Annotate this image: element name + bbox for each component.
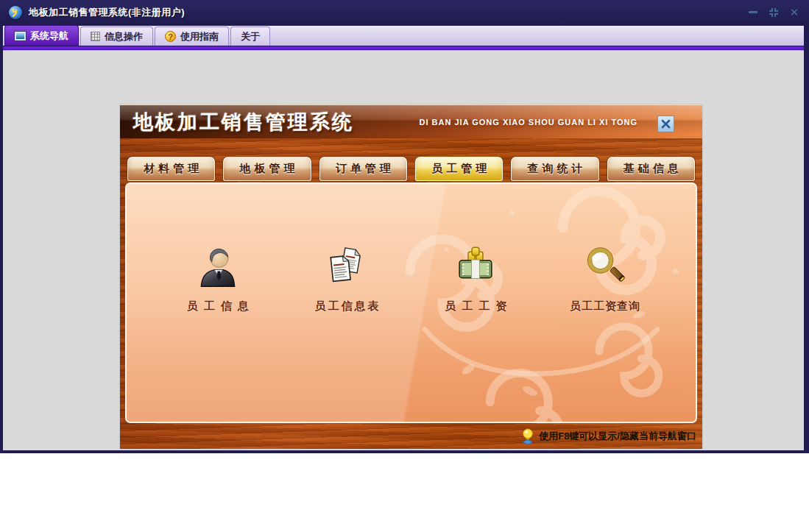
restore-icon	[769, 7, 779, 18]
nav-item-label: 员工工资查询	[569, 299, 640, 313]
tab-label: 系统导航	[30, 29, 68, 43]
businessman-icon	[197, 246, 239, 288]
ptab-order-mgmt[interactable]: 订单管理	[319, 157, 407, 181]
nav-item-employee-wages[interactable]: 员工工资	[417, 246, 534, 313]
tab-label: 使用指南	[180, 30, 219, 43]
monitor-icon	[15, 32, 26, 40]
panel-header: 地板加工销售管理系统 DI BAN JIA GONG XIAO SHOU GUA…	[120, 104, 702, 138]
menu-tabbar: 系统导航 信息操作 ? 使用指南 关于	[3, 24, 804, 46]
close-icon	[661, 119, 671, 129]
close-icon: ✕	[790, 7, 799, 18]
app-logo-swoosh	[10, 7, 21, 18]
statusbar-hint: 使用F8键可以显示/隐藏当前导航窗口	[539, 430, 696, 443]
window-controls: ✕	[747, 7, 800, 18]
window-border-right	[804, 0, 809, 453]
tab-label: 信息操作	[105, 30, 143, 43]
workspace: 地板加工销售管理系统 DI BAN JIA GONG XIAO SHOU GUA…	[3, 51, 804, 450]
panel-subtitle: DI BAN JIA GONG XIAO SHOU GUAN LI XI TON…	[420, 118, 637, 127]
restore-button[interactable]	[768, 7, 780, 18]
app-logo-icon	[9, 6, 22, 19]
money-icon	[454, 246, 497, 288]
app-window: 地板加工销售管理系统(非注册用户) ✕ 系统导航 信息操作 ? 使用指南	[0, 0, 809, 453]
navigator-panel: 地板加工销售管理系统 DI BAN JIA GONG XIAO SHOU GUA…	[120, 104, 702, 449]
grid-icon	[91, 32, 100, 41]
minimize-button[interactable]	[747, 7, 759, 18]
documents-icon	[325, 246, 368, 288]
nav-item-employee-info[interactable]: 员工信息	[159, 246, 277, 313]
ptab-basic-info[interactable]: 基础信息	[607, 157, 695, 181]
nav-item-label: 员工信息	[181, 299, 255, 313]
magnifier-icon	[583, 246, 626, 288]
nav-item-employee-info-table[interactable]: 员工信息表	[288, 246, 406, 313]
tab-user-guide[interactable]: ? 使用指南	[155, 26, 229, 46]
panel-close-button[interactable]	[657, 116, 674, 132]
close-button[interactable]: ✕	[788, 7, 800, 18]
nav-items: 员工信息	[127, 246, 696, 313]
tab-system-navigation[interactable]: 系统导航	[4, 25, 79, 46]
ptab-employee-mgmt[interactable]: 员工管理	[415, 157, 503, 181]
nav-item-label: 员工工资	[439, 299, 512, 313]
panel-tabs: 材料管理 地板管理 订单管理 员工管理 查询统计 基础信息	[120, 157, 702, 181]
accent-strip	[3, 46, 804, 51]
ptab-floor-mgmt[interactable]: 地板管理	[223, 157, 311, 181]
nav-item-label: 员工信息表	[312, 299, 381, 313]
nav-item-employee-wage-query[interactable]: 员工工资查询	[545, 246, 663, 313]
panel-content: 员工信息	[125, 182, 697, 423]
question-icon: ?	[165, 31, 176, 42]
tab-label: 关于	[241, 30, 260, 43]
minimize-icon	[749, 11, 757, 13]
panel-statusbar: 使用F8键可以显示/隐藏当前导航窗口	[120, 423, 702, 449]
window-border-left	[0, 0, 3, 453]
panel-body: 材料管理 地板管理 订单管理 员工管理 查询统计 基础信息	[120, 138, 702, 449]
window-title: 地板加工销售管理系统(非注册用户)	[29, 6, 185, 19]
lightbulb-icon	[520, 428, 535, 445]
tab-info-operations[interactable]: 信息操作	[80, 26, 153, 46]
window-border-bottom	[0, 450, 809, 453]
tab-about[interactable]: 关于	[230, 26, 270, 46]
ptab-material-mgmt[interactable]: 材料管理	[127, 157, 215, 181]
ptab-query-stats[interactable]: 查询统计	[511, 157, 598, 181]
panel-title: 地板加工销售管理系统	[133, 109, 354, 135]
titlebar: 地板加工销售管理系统(非注册用户) ✕	[0, 0, 809, 24]
